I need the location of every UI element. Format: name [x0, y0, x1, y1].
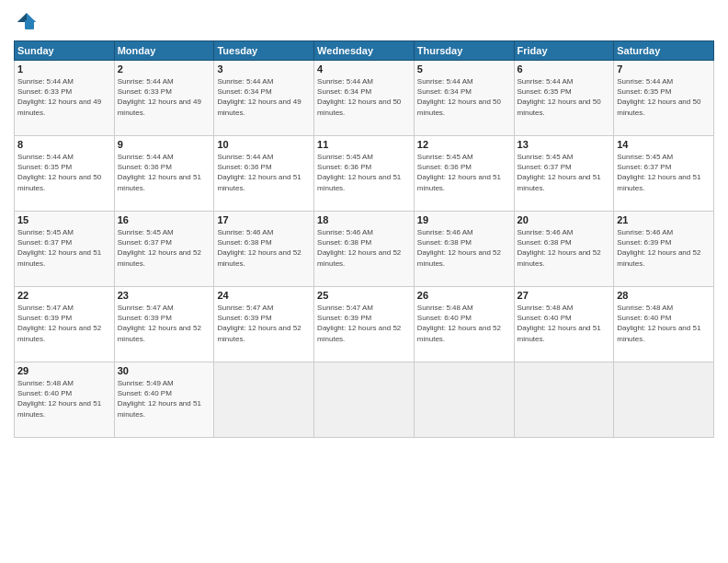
day-info: Sunrise: 5:44 AMSunset: 6:35 PMDaylight:… — [617, 76, 711, 118]
day-number: 18 — [317, 214, 411, 225]
calendar-cell: 30Sunrise: 5:49 AMSunset: 6:40 PMDayligh… — [114, 362, 214, 438]
logo-icon — [14, 9, 40, 35]
day-info: Sunrise: 5:45 AMSunset: 6:37 PMDaylight:… — [617, 152, 711, 193]
day-info: Sunrise: 5:46 AMSunset: 6:39 PMDaylight:… — [617, 227, 711, 269]
header — [14, 9, 714, 35]
week-row-2: 8Sunrise: 5:44 AMSunset: 6:35 PMDaylight… — [15, 136, 714, 212]
day-info: Sunrise: 5:44 AMSunset: 6:33 PMDaylight:… — [17, 76, 111, 118]
day-number: 13 — [518, 139, 611, 150]
calendar-cell: 19Sunrise: 5:46 AMSunset: 6:38 PMDayligh… — [414, 212, 514, 287]
calendar-cell — [614, 362, 714, 438]
weekday-header-sunday: Sunday — [15, 41, 115, 61]
day-info: Sunrise: 5:47 AMSunset: 6:39 PMDaylight:… — [17, 303, 111, 344]
day-number: 6 — [518, 63, 611, 75]
calendar-cell: 29Sunrise: 5:48 AMSunset: 6:40 PMDayligh… — [15, 362, 115, 438]
day-number: 5 — [417, 63, 511, 75]
day-info: Sunrise: 5:45 AMSunset: 6:36 PMDaylight:… — [317, 152, 411, 193]
calendar-cell — [414, 362, 514, 438]
day-info: Sunrise: 5:48 AMSunset: 6:40 PMDaylight:… — [17, 378, 111, 419]
day-number: 12 — [417, 139, 511, 150]
day-info: Sunrise: 5:47 AMSunset: 6:39 PMDaylight:… — [317, 303, 411, 344]
calendar-page: SundayMondayTuesdayWednesdayThursdayFrid… — [0, 0, 728, 563]
day-number: 19 — [417, 214, 511, 225]
calendar-cell: 11Sunrise: 5:45 AMSunset: 6:36 PMDayligh… — [314, 136, 415, 212]
weekday-header-saturday: Saturday — [614, 41, 714, 61]
day-number: 26 — [417, 290, 511, 301]
calendar-cell: 12Sunrise: 5:45 AMSunset: 6:36 PMDayligh… — [414, 136, 514, 212]
calendar-cell — [214, 362, 314, 438]
day-info: Sunrise: 5:44 AMSunset: 6:36 PMDaylight:… — [217, 152, 311, 193]
day-info: Sunrise: 5:47 AMSunset: 6:39 PMDaylight:… — [118, 303, 211, 344]
calendar-cell: 16Sunrise: 5:45 AMSunset: 6:37 PMDayligh… — [114, 212, 214, 287]
calendar-cell: 4Sunrise: 5:44 AMSunset: 6:34 PMDaylight… — [314, 61, 415, 136]
calendar-cell — [314, 362, 415, 438]
calendar-cell: 21Sunrise: 5:46 AMSunset: 6:39 PMDayligh… — [614, 212, 714, 287]
day-info: Sunrise: 5:46 AMSunset: 6:38 PMDaylight:… — [317, 227, 411, 269]
weekday-header-friday: Friday — [514, 41, 614, 61]
calendar-cell: 23Sunrise: 5:47 AMSunset: 6:39 PMDayligh… — [114, 287, 214, 362]
calendar-cell: 15Sunrise: 5:45 AMSunset: 6:37 PMDayligh… — [15, 212, 115, 287]
day-info: Sunrise: 5:48 AMSunset: 6:40 PMDaylight:… — [617, 303, 711, 344]
day-number: 2 — [118, 63, 211, 75]
calendar-cell: 24Sunrise: 5:47 AMSunset: 6:39 PMDayligh… — [214, 287, 314, 362]
day-info: Sunrise: 5:45 AMSunset: 6:37 PMDaylight:… — [118, 227, 211, 269]
day-info: Sunrise: 5:44 AMSunset: 6:34 PMDaylight:… — [417, 76, 511, 118]
day-number: 20 — [518, 214, 611, 225]
day-number: 1 — [17, 63, 111, 75]
day-number: 4 — [317, 63, 411, 75]
day-info: Sunrise: 5:48 AMSunset: 6:40 PMDaylight:… — [518, 303, 611, 344]
day-number: 28 — [617, 290, 711, 301]
calendar-cell: 1Sunrise: 5:44 AMSunset: 6:33 PMDaylight… — [15, 61, 115, 136]
calendar-cell: 22Sunrise: 5:47 AMSunset: 6:39 PMDayligh… — [15, 287, 115, 362]
weekday-header-wednesday: Wednesday — [314, 41, 415, 61]
calendar-cell: 26Sunrise: 5:48 AMSunset: 6:40 PMDayligh… — [414, 287, 514, 362]
day-info: Sunrise: 5:45 AMSunset: 6:36 PMDaylight:… — [417, 152, 511, 193]
day-number: 21 — [617, 214, 711, 225]
day-number: 23 — [118, 290, 211, 301]
calendar-cell: 5Sunrise: 5:44 AMSunset: 6:34 PMDaylight… — [414, 61, 514, 136]
day-number: 14 — [617, 139, 711, 150]
day-info: Sunrise: 5:45 AMSunset: 6:37 PMDaylight:… — [518, 152, 611, 193]
calendar-cell — [514, 362, 614, 438]
weekday-header-row: SundayMondayTuesdayWednesdayThursdayFrid… — [15, 41, 714, 61]
day-number: 27 — [518, 290, 611, 301]
calendar-cell: 25Sunrise: 5:47 AMSunset: 6:39 PMDayligh… — [314, 287, 415, 362]
day-number: 8 — [17, 139, 111, 150]
calendar-cell: 18Sunrise: 5:46 AMSunset: 6:38 PMDayligh… — [314, 212, 415, 287]
day-number: 16 — [118, 214, 211, 225]
weekday-header-monday: Monday — [114, 41, 214, 61]
day-info: Sunrise: 5:46 AMSunset: 6:38 PMDaylight:… — [217, 227, 311, 269]
svg-rect-2 — [25, 20, 34, 29]
calendar-cell: 20Sunrise: 5:46 AMSunset: 6:38 PMDayligh… — [514, 212, 614, 287]
day-number: 22 — [17, 290, 111, 301]
weekday-header-tuesday: Tuesday — [214, 41, 314, 61]
day-number: 29 — [17, 365, 111, 376]
day-number: 25 — [317, 290, 411, 301]
calendar-cell: 2Sunrise: 5:44 AMSunset: 6:33 PMDaylight… — [114, 61, 214, 136]
day-info: Sunrise: 5:44 AMSunset: 6:35 PMDaylight:… — [17, 152, 111, 193]
day-number: 24 — [217, 290, 311, 301]
week-row-3: 15Sunrise: 5:45 AMSunset: 6:37 PMDayligh… — [15, 212, 714, 287]
week-row-1: 1Sunrise: 5:44 AMSunset: 6:33 PMDaylight… — [15, 61, 714, 136]
day-info: Sunrise: 5:44 AMSunset: 6:35 PMDaylight:… — [518, 76, 611, 118]
calendar-cell: 14Sunrise: 5:45 AMSunset: 6:37 PMDayligh… — [614, 136, 714, 212]
calendar-cell: 8Sunrise: 5:44 AMSunset: 6:35 PMDaylight… — [15, 136, 115, 212]
calendar-cell: 7Sunrise: 5:44 AMSunset: 6:35 PMDaylight… — [614, 61, 714, 136]
calendar-cell: 27Sunrise: 5:48 AMSunset: 6:40 PMDayligh… — [514, 287, 614, 362]
day-number: 3 — [217, 63, 311, 75]
calendar-cell: 13Sunrise: 5:45 AMSunset: 6:37 PMDayligh… — [514, 136, 614, 212]
day-number: 10 — [217, 139, 311, 150]
calendar-cell: 28Sunrise: 5:48 AMSunset: 6:40 PMDayligh… — [614, 287, 714, 362]
day-number: 9 — [118, 139, 211, 150]
day-number: 11 — [317, 139, 411, 150]
day-info: Sunrise: 5:47 AMSunset: 6:39 PMDaylight:… — [217, 303, 311, 344]
calendar-table: SundayMondayTuesdayWednesdayThursdayFrid… — [14, 40, 714, 438]
day-info: Sunrise: 5:45 AMSunset: 6:37 PMDaylight:… — [17, 227, 111, 269]
day-info: Sunrise: 5:46 AMSunset: 6:38 PMDaylight:… — [417, 227, 511, 269]
calendar-cell: 6Sunrise: 5:44 AMSunset: 6:35 PMDaylight… — [514, 61, 614, 136]
day-info: Sunrise: 5:44 AMSunset: 6:33 PMDaylight:… — [118, 76, 211, 118]
day-number: 7 — [617, 63, 711, 75]
weekday-header-thursday: Thursday — [414, 41, 514, 61]
logo — [14, 9, 43, 35]
week-row-5: 29Sunrise: 5:48 AMSunset: 6:40 PMDayligh… — [15, 362, 714, 438]
